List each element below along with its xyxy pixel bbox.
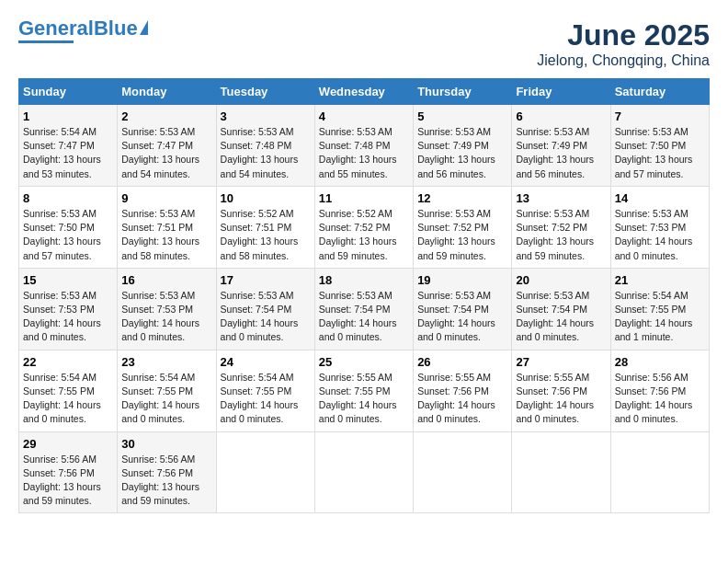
- day-number: 15: [23, 273, 113, 287]
- day-number: 17: [221, 273, 311, 287]
- calendar-cell: 26Sunrise: 5:55 AM Sunset: 7:56 PM Dayli…: [414, 350, 512, 431]
- calendar-cell: 7Sunrise: 5:53 AM Sunset: 7:50 PM Daylig…: [610, 105, 709, 187]
- day-number: 25: [319, 355, 409, 369]
- day-info: Sunrise: 5:56 AM Sunset: 7:56 PM Dayligh…: [121, 454, 199, 507]
- calendar-cell: 17Sunrise: 5:53 AM Sunset: 7:54 PM Dayli…: [216, 268, 314, 350]
- calendar-week-3: 15Sunrise: 5:53 AM Sunset: 7:53 PM Dayli…: [19, 268, 710, 350]
- calendar-cell: 10Sunrise: 5:52 AM Sunset: 7:51 PM Dayli…: [216, 186, 314, 268]
- day-number: 24: [221, 355, 311, 369]
- day-info: Sunrise: 5:53 AM Sunset: 7:53 PM Dayligh…: [23, 290, 101, 343]
- logo-icon: [140, 20, 148, 35]
- day-number: 11: [319, 191, 409, 205]
- calendar-cell: 5Sunrise: 5:53 AM Sunset: 7:49 PM Daylig…: [414, 105, 512, 187]
- calendar-cell: 16Sunrise: 5:53 AM Sunset: 7:53 PM Dayli…: [118, 268, 216, 350]
- day-info: Sunrise: 5:52 AM Sunset: 7:52 PM Dayligh…: [319, 208, 397, 261]
- day-info: Sunrise: 5:54 AM Sunset: 7:55 PM Dayligh…: [121, 372, 199, 425]
- calendar-header-row: SundayMondayTuesdayWednesdayThursdayFrid…: [19, 79, 710, 105]
- day-header-friday: Friday: [512, 79, 610, 105]
- day-info: Sunrise: 5:53 AM Sunset: 7:49 PM Dayligh…: [417, 126, 495, 179]
- main-title: June 2025: [537, 18, 710, 52]
- day-number: 23: [121, 355, 211, 369]
- day-info: Sunrise: 5:53 AM Sunset: 7:51 PM Dayligh…: [121, 208, 199, 261]
- calendar-cell: 1Sunrise: 5:54 AM Sunset: 7:47 PM Daylig…: [19, 105, 118, 187]
- calendar-cell: 6Sunrise: 5:53 AM Sunset: 7:49 PM Daylig…: [512, 105, 610, 187]
- day-header-thursday: Thursday: [414, 79, 512, 105]
- day-number: 9: [121, 191, 211, 205]
- day-number: 16: [121, 273, 211, 287]
- day-header-saturday: Saturday: [610, 79, 709, 105]
- calendar-table: SundayMondayTuesdayWednesdayThursdayFrid…: [18, 78, 710, 513]
- day-info: Sunrise: 5:53 AM Sunset: 7:54 PM Dayligh…: [319, 290, 397, 343]
- calendar-cell: 21Sunrise: 5:54 AM Sunset: 7:55 PM Dayli…: [610, 268, 709, 350]
- logo: GeneralBlue: [18, 18, 148, 43]
- day-header-sunday: Sunday: [19, 79, 118, 105]
- calendar-cell: 22Sunrise: 5:54 AM Sunset: 7:55 PM Dayli…: [19, 350, 118, 431]
- day-info: Sunrise: 5:56 AM Sunset: 7:56 PM Dayligh…: [615, 372, 693, 425]
- day-number: 18: [319, 273, 409, 287]
- calendar-cell: 29Sunrise: 5:56 AM Sunset: 7:56 PM Dayli…: [19, 431, 118, 513]
- calendar-cell: 19Sunrise: 5:53 AM Sunset: 7:54 PM Dayli…: [414, 268, 512, 350]
- day-info: Sunrise: 5:53 AM Sunset: 7:52 PM Dayligh…: [516, 208, 594, 261]
- day-number: 5: [417, 109, 507, 123]
- day-info: Sunrise: 5:53 AM Sunset: 7:50 PM Dayligh…: [23, 208, 101, 261]
- logo-text: GeneralBlue: [18, 18, 138, 39]
- day-header-tuesday: Tuesday: [216, 79, 314, 105]
- calendar-cell: [216, 431, 314, 513]
- day-info: Sunrise: 5:56 AM Sunset: 7:56 PM Dayligh…: [23, 454, 101, 507]
- day-info: Sunrise: 5:54 AM Sunset: 7:55 PM Dayligh…: [221, 372, 299, 425]
- day-info: Sunrise: 5:53 AM Sunset: 7:52 PM Dayligh…: [417, 208, 495, 261]
- day-info: Sunrise: 5:53 AM Sunset: 7:53 PM Dayligh…: [615, 208, 693, 261]
- day-number: 6: [516, 109, 606, 123]
- day-number: 10: [221, 191, 311, 205]
- page-header: GeneralBlue June 2025 Jielong, Chongqing…: [18, 18, 710, 69]
- calendar-cell: [512, 431, 610, 513]
- calendar-cell: 11Sunrise: 5:52 AM Sunset: 7:52 PM Dayli…: [314, 186, 413, 268]
- day-info: Sunrise: 5:53 AM Sunset: 7:47 PM Dayligh…: [121, 126, 199, 179]
- day-info: Sunrise: 5:53 AM Sunset: 7:48 PM Dayligh…: [319, 126, 397, 179]
- calendar-cell: 15Sunrise: 5:53 AM Sunset: 7:53 PM Dayli…: [19, 268, 118, 350]
- calendar-cell: 2Sunrise: 5:53 AM Sunset: 7:47 PM Daylig…: [118, 105, 216, 187]
- day-number: 4: [319, 109, 409, 123]
- calendar-week-4: 22Sunrise: 5:54 AM Sunset: 7:55 PM Dayli…: [19, 350, 710, 431]
- subtitle: Jielong, Chongqing, China: [537, 52, 710, 69]
- day-number: 14: [615, 191, 705, 205]
- calendar-cell: 18Sunrise: 5:53 AM Sunset: 7:54 PM Dayli…: [314, 268, 413, 350]
- day-number: 20: [516, 273, 606, 287]
- calendar-cell: [314, 431, 413, 513]
- day-info: Sunrise: 5:53 AM Sunset: 7:49 PM Dayligh…: [516, 126, 594, 179]
- day-info: Sunrise: 5:53 AM Sunset: 7:54 PM Dayligh…: [417, 290, 495, 343]
- day-number: 12: [417, 191, 507, 205]
- day-info: Sunrise: 5:55 AM Sunset: 7:55 PM Dayligh…: [319, 372, 397, 425]
- calendar-cell: 8Sunrise: 5:53 AM Sunset: 7:50 PM Daylig…: [19, 186, 118, 268]
- day-number: 22: [23, 355, 113, 369]
- day-number: 29: [23, 437, 113, 451]
- calendar-cell: 25Sunrise: 5:55 AM Sunset: 7:55 PM Dayli…: [314, 350, 413, 431]
- calendar-week-1: 1Sunrise: 5:54 AM Sunset: 7:47 PM Daylig…: [19, 105, 710, 187]
- calendar-cell: 20Sunrise: 5:53 AM Sunset: 7:54 PM Dayli…: [512, 268, 610, 350]
- day-info: Sunrise: 5:54 AM Sunset: 7:55 PM Dayligh…: [23, 372, 101, 425]
- day-info: Sunrise: 5:53 AM Sunset: 7:54 PM Dayligh…: [516, 290, 594, 343]
- day-info: Sunrise: 5:53 AM Sunset: 7:50 PM Dayligh…: [615, 126, 693, 179]
- calendar-cell: 24Sunrise: 5:54 AM Sunset: 7:55 PM Dayli…: [216, 350, 314, 431]
- calendar-cell: 9Sunrise: 5:53 AM Sunset: 7:51 PM Daylig…: [118, 186, 216, 268]
- calendar-week-5: 29Sunrise: 5:56 AM Sunset: 7:56 PM Dayli…: [19, 431, 710, 513]
- day-number: 8: [23, 191, 113, 205]
- calendar-cell: 3Sunrise: 5:53 AM Sunset: 7:48 PM Daylig…: [216, 105, 314, 187]
- day-number: 19: [417, 273, 507, 287]
- logo-underline: [18, 40, 74, 43]
- day-header-wednesday: Wednesday: [314, 79, 413, 105]
- day-info: Sunrise: 5:55 AM Sunset: 7:56 PM Dayligh…: [417, 372, 495, 425]
- day-info: Sunrise: 5:54 AM Sunset: 7:47 PM Dayligh…: [23, 126, 101, 179]
- calendar-cell: [414, 431, 512, 513]
- calendar-cell: 23Sunrise: 5:54 AM Sunset: 7:55 PM Dayli…: [118, 350, 216, 431]
- calendar-cell: 4Sunrise: 5:53 AM Sunset: 7:48 PM Daylig…: [314, 105, 413, 187]
- calendar-cell: 27Sunrise: 5:55 AM Sunset: 7:56 PM Dayli…: [512, 350, 610, 431]
- day-number: 1: [23, 109, 113, 123]
- day-number: 7: [615, 109, 705, 123]
- calendar-cell: 12Sunrise: 5:53 AM Sunset: 7:52 PM Dayli…: [414, 186, 512, 268]
- day-number: 26: [417, 355, 507, 369]
- calendar-cell: [610, 431, 709, 513]
- title-block: June 2025 Jielong, Chongqing, China: [537, 18, 710, 69]
- day-info: Sunrise: 5:54 AM Sunset: 7:55 PM Dayligh…: [615, 290, 693, 343]
- day-number: 28: [615, 355, 705, 369]
